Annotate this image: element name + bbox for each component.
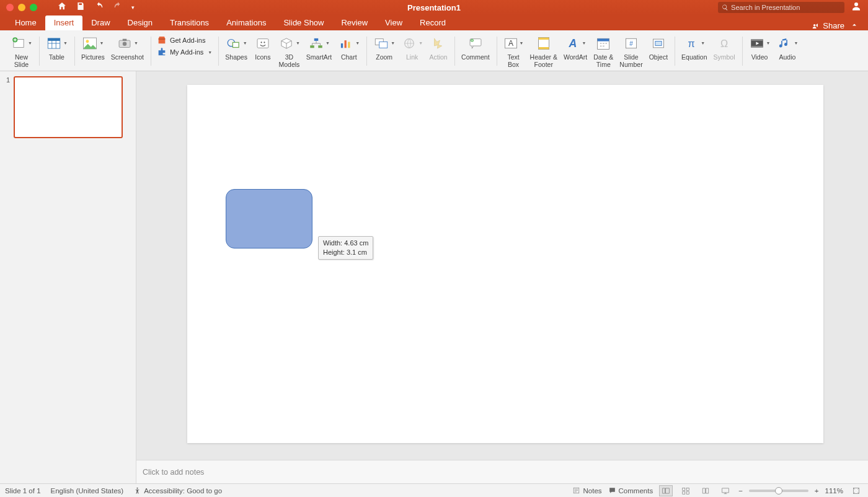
- video-button[interactable]: ▼ Video: [746, 34, 774, 61]
- tab-animations[interactable]: Animations: [218, 15, 275, 30]
- slide-number-button[interactable]: # Slide Number: [616, 34, 645, 68]
- redo-icon[interactable]: [113, 1, 123, 14]
- normal-view-button[interactable]: [659, 485, 673, 496]
- tooltip-width: Width: 4.63 cm: [323, 239, 368, 248]
- svg-point-16: [264, 42, 265, 43]
- svg-rect-5: [48, 38, 60, 41]
- equation-button[interactable]: π▼ Equation: [678, 34, 710, 61]
- tab-home[interactable]: Home: [6, 15, 45, 30]
- minimize-window-button[interactable]: [18, 4, 25, 11]
- tab-record[interactable]: Record: [411, 15, 454, 30]
- pictures-button[interactable]: ▼ Pictures: [78, 34, 108, 61]
- my-addins-button[interactable]: My Add-ins ▼: [157, 47, 212, 57]
- undo-icon[interactable]: [94, 1, 104, 14]
- comments-icon: [608, 486, 616, 495]
- ribbon: ▼ New Slide ▼ Table ▼ Pictures ▼ Screens…: [0, 30, 868, 71]
- accessibility-icon: [133, 486, 141, 495]
- header-footer-button[interactable]: Header & Footer: [527, 34, 560, 68]
- date-time-button[interactable]: Date & Time: [590, 34, 616, 68]
- tab-review[interactable]: Review: [332, 15, 376, 30]
- svg-rect-13: [232, 42, 239, 47]
- audio-button[interactable]: ▼ Audio: [773, 34, 801, 61]
- quick-access-toolbar: ▾: [57, 1, 135, 14]
- svg-text:Ω: Ω: [720, 38, 728, 49]
- cube-icon: [278, 36, 294, 51]
- svg-rect-35: [598, 38, 609, 41]
- 3d-models-button[interactable]: ▼ 3D Models: [275, 34, 303, 68]
- screenshot-icon: [117, 36, 133, 51]
- share-button[interactable]: Share: [812, 21, 844, 30]
- object-button[interactable]: Object: [646, 34, 671, 61]
- svg-rect-32: [538, 47, 549, 49]
- slidenumber-icon: #: [624, 36, 639, 51]
- comments-toggle[interactable]: Comments: [608, 486, 653, 495]
- zoom-in-button[interactable]: +: [815, 487, 819, 495]
- new-slide-button[interactable]: ▼ New Slide: [7, 34, 35, 68]
- tab-design[interactable]: Design: [119, 15, 161, 30]
- svg-rect-48: [666, 488, 670, 493]
- zoom-out-button[interactable]: −: [738, 487, 743, 495]
- tab-draw[interactable]: Draw: [82, 15, 118, 30]
- get-addins-button[interactable]: Get Add-ins: [157, 35, 212, 45]
- notes-pane[interactable]: Click to add notes: [136, 460, 868, 483]
- home-icon[interactable]: [57, 1, 67, 14]
- symbol-button[interactable]: Ω Symbol: [711, 34, 738, 61]
- action-button[interactable]: Action: [426, 34, 451, 61]
- notes-placeholder: Click to add notes: [143, 468, 204, 477]
- notes-toggle[interactable]: Notes: [572, 486, 601, 495]
- tab-slideshow[interactable]: Slide Show: [275, 15, 332, 30]
- svg-rect-22: [348, 42, 350, 48]
- slide-thumbnail-1[interactable]: [14, 76, 123, 138]
- accessibility-status[interactable]: Accessibility: Good to go: [133, 486, 222, 495]
- zoom-button[interactable]: ▼ Zoom: [370, 34, 398, 61]
- svg-rect-49: [683, 488, 685, 490]
- fit-to-window-button[interactable]: [849, 485, 863, 496]
- slide-thumbnail-panel[interactable]: 1: [0, 71, 136, 483]
- search-input[interactable]: [731, 4, 841, 11]
- equation-icon: π: [683, 36, 699, 51]
- slide-canvas-area[interactable]: Width: 4.63 cm Height: 3.1 cm: [136, 71, 868, 483]
- save-icon[interactable]: [76, 1, 86, 14]
- text-box-button[interactable]: A▼ Text Box: [500, 34, 527, 68]
- get-addins-label: Get Add-ins: [170, 37, 205, 44]
- close-window-button[interactable]: [6, 4, 14, 11]
- svg-rect-21: [345, 40, 347, 48]
- screenshot-button[interactable]: ▼ Screenshot: [108, 34, 147, 61]
- tab-transitions[interactable]: Transitions: [161, 15, 218, 30]
- search-icon: [722, 4, 728, 11]
- share-icon: [812, 22, 820, 30]
- rounded-rectangle-shape[interactable]: [226, 189, 312, 248]
- headerfooter-icon: [536, 36, 551, 51]
- shapes-button[interactable]: ▼ Shapes: [222, 34, 250, 61]
- account-icon[interactable]: [851, 1, 862, 14]
- zoom-level[interactable]: 111%: [825, 487, 843, 495]
- zoom-slider[interactable]: [749, 490, 808, 492]
- tab-insert[interactable]: Insert: [45, 15, 83, 30]
- sorter-view-button[interactable]: [679, 485, 693, 496]
- slideshow-view-button[interactable]: [719, 485, 732, 496]
- smartart-button[interactable]: ▼ SmartArt: [303, 34, 335, 61]
- svg-rect-14: [257, 39, 268, 48]
- slide[interactable]: Width: 4.63 cm Height: 3.1 cm: [187, 85, 823, 443]
- qat-customize-icon[interactable]: ▾: [131, 4, 135, 11]
- video-icon: [749, 36, 765, 51]
- table-button[interactable]: ▼ Table: [43, 34, 71, 61]
- work-area: 1 Width: 4.63 cm Height: 3.1 cm: [0, 71, 868, 483]
- maximize-window-button[interactable]: [30, 4, 37, 11]
- language-indicator[interactable]: English (United States): [51, 487, 124, 495]
- reading-view-button[interactable]: [699, 485, 712, 496]
- svg-point-7: [86, 40, 89, 43]
- comment-button[interactable]: Comment: [458, 34, 493, 61]
- icons-button[interactable]: Icons: [250, 34, 275, 61]
- search-box[interactable]: [718, 2, 844, 13]
- tab-view[interactable]: View: [376, 15, 411, 30]
- slide-indicator[interactable]: Slide 1 of 1: [5, 487, 41, 495]
- title-bar: ▾ Presentation1: [0, 0, 868, 15]
- thumbnail-number: 1: [6, 76, 10, 138]
- chart-button[interactable]: ▼ Chart: [335, 34, 363, 61]
- collapse-ribbon-icon[interactable]: [851, 21, 858, 30]
- wordart-button[interactable]: A▼ WordArt: [560, 34, 590, 61]
- window-controls: [0, 4, 37, 11]
- link-button[interactable]: ▼ Link: [398, 34, 426, 61]
- share-label: Share: [823, 21, 844, 30]
